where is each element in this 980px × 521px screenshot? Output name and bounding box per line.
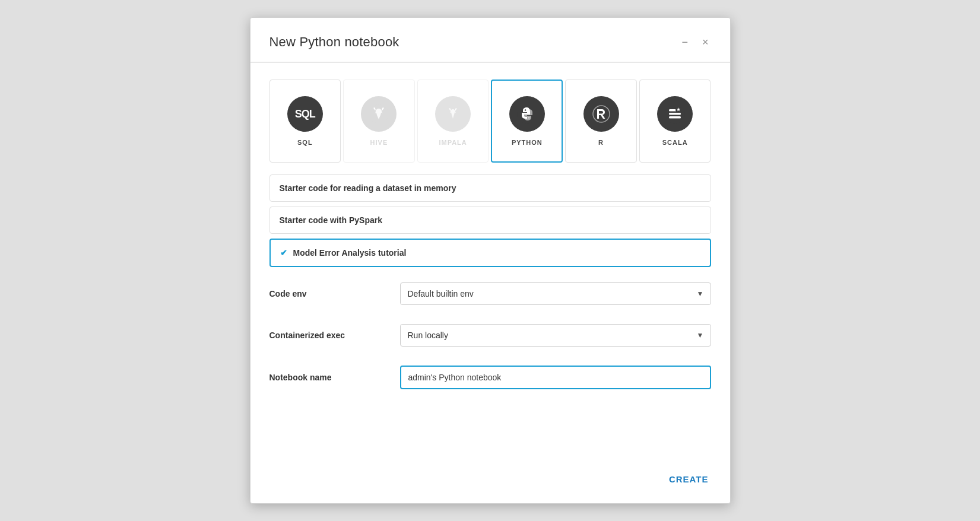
- minimize-button[interactable]: −: [679, 36, 690, 49]
- option-model-error-label: Model Error Analysis tutorial: [293, 248, 407, 258]
- modal-header-actions: − ×: [679, 36, 711, 49]
- lang-card-python[interactable]: PYTHON: [491, 80, 563, 163]
- notebook-name-label: Notebook name: [269, 373, 400, 382]
- lang-card-impala: IMPALA: [417, 80, 489, 163]
- r-icon: [583, 96, 619, 132]
- python-icon: [509, 96, 545, 132]
- sql-icon: SQL: [287, 96, 323, 132]
- modal-header: New Python notebook − ×: [250, 18, 730, 62]
- svg-point-3: [525, 109, 526, 110]
- containerized-exec-row: Containerized exec Run locally Run in co…: [269, 320, 711, 350]
- containerized-exec-control: Run locally Run in container ▼: [400, 324, 711, 347]
- lang-card-hive: HIVE: [343, 80, 415, 163]
- hive-icon: [361, 96, 397, 132]
- containerized-exec-select-wrapper: Run locally Run in container ▼: [400, 324, 711, 347]
- svg-point-4: [528, 117, 529, 118]
- notebook-name-control: [400, 366, 711, 389]
- code-env-row: Code env Default builtin env Custom env …: [269, 279, 711, 309]
- option-starter-memory[interactable]: Starter code for reading a dataset in me…: [269, 174, 711, 202]
- option-model-error[interactable]: ✔ Model Error Analysis tutorial: [269, 239, 711, 267]
- modal-title: New Python notebook: [269, 34, 399, 50]
- lang-label-scala: SCALA: [662, 139, 688, 146]
- option-starter-memory-label: Starter code for reading a dataset in me…: [280, 183, 456, 193]
- notebook-name-input[interactable]: [400, 366, 711, 389]
- close-button[interactable]: ×: [700, 36, 711, 49]
- language-selector: SQL SQL: [269, 80, 711, 163]
- lang-label-hive: HIVE: [370, 139, 388, 146]
- create-button[interactable]: CREATE: [667, 469, 711, 489]
- lang-label-sql: SQL: [297, 139, 313, 146]
- lang-card-scala[interactable]: SCALA: [639, 80, 711, 163]
- svg-rect-10: [669, 116, 681, 119]
- lang-label-r: R: [598, 139, 604, 146]
- modal-overlay: New Python notebook − × SQL SQL: [0, 0, 980, 521]
- containerized-exec-label: Containerized exec: [269, 331, 400, 340]
- code-env-select[interactable]: Default builtin env Custom env 1 Custom …: [400, 282, 711, 305]
- containerized-exec-select[interactable]: Run locally Run in container: [400, 324, 711, 347]
- code-env-select-wrapper: Default builtin env Custom env 1 Custom …: [400, 282, 711, 305]
- lang-label-impala: IMPALA: [439, 139, 467, 146]
- code-env-label: Code env: [269, 289, 400, 298]
- impala-icon: [435, 96, 471, 132]
- backdrop: New Python notebook − × SQL SQL: [0, 0, 980, 521]
- selected-check-icon: ✔: [280, 248, 287, 258]
- notebook-name-row: Notebook name: [269, 362, 711, 393]
- option-starter-pyspark-label: Starter code with PySpark: [280, 215, 383, 225]
- modal-body: SQL SQL: [250, 63, 730, 460]
- lang-card-sql[interactable]: SQL SQL: [269, 80, 341, 163]
- svg-rect-9: [669, 113, 681, 115]
- options-list: Starter code for reading a dataset in me…: [269, 174, 711, 267]
- modal-footer: CREATE: [250, 460, 730, 503]
- lang-card-r[interactable]: R: [565, 80, 637, 163]
- code-env-control: Default builtin env Custom env 1 Custom …: [400, 282, 711, 305]
- scala-icon: [657, 96, 693, 132]
- option-starter-pyspark[interactable]: Starter code with PySpark: [269, 207, 711, 234]
- modal-dialog: New Python notebook − × SQL SQL: [250, 17, 731, 504]
- lang-label-python: PYTHON: [512, 139, 543, 146]
